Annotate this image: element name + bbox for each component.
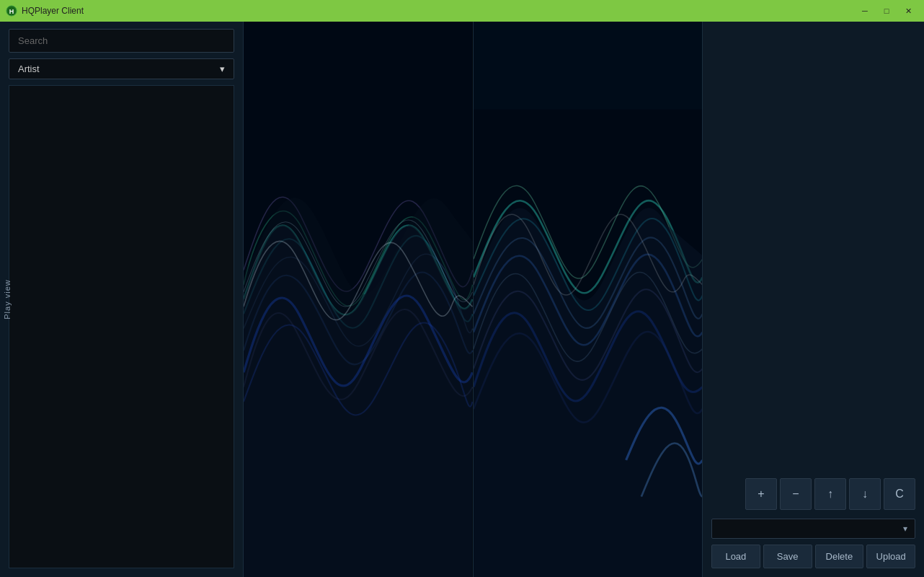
action-button-row: Load Save Delete Upload	[711, 545, 915, 568]
delete-button[interactable]: Delete	[815, 545, 864, 568]
upload-button[interactable]: Upload	[866, 545, 915, 568]
wave-viz-left	[244, 22, 473, 577]
search-input[interactable]	[9, 29, 234, 53]
viz-panel-right[interactable]	[474, 22, 703, 577]
move-down-button[interactable]: ↓	[849, 478, 881, 510]
icon-button-row: + − ↑ ↓ C	[711, 478, 915, 510]
maximize-button[interactable]: □	[876, 3, 897, 19]
artist-dropdown[interactable]: Artist ▾	[9, 58, 234, 79]
wave-viz-right	[474, 22, 703, 577]
app-title: HQPlayer Client	[22, 6, 84, 16]
close-button[interactable]: ✕	[898, 3, 918, 19]
chevron-down-icon: ▾	[903, 524, 907, 534]
svg-text:H: H	[9, 8, 14, 15]
artist-dropdown-label: Artist	[18, 63, 40, 74]
artist-list[interactable]	[9, 85, 234, 568]
window-controls: ─ □ ✕	[855, 3, 918, 19]
svg-rect-4	[474, 22, 703, 110]
move-up-button[interactable]: ↑	[814, 478, 846, 510]
load-button[interactable]: Load	[711, 545, 760, 568]
play-view-tab: Play view	[3, 279, 12, 319]
minimize-button[interactable]: ─	[855, 3, 875, 19]
right-dropdown[interactable]: ▾	[711, 519, 915, 539]
left-panel: Artist ▾ Play view	[0, 22, 244, 577]
title-bar-left: H HQPlayer Client	[6, 5, 84, 17]
title-bar: H HQPlayer Client ─ □ ✕	[0, 0, 924, 22]
viz-panel-left[interactable]	[244, 22, 474, 577]
save-button[interactable]: Save	[763, 545, 812, 568]
right-panel: + − ↑ ↓ C ▾ Load Save Delete Upload	[702, 22, 924, 577]
chevron-down-icon: ▾	[220, 63, 225, 74]
app-icon: H	[6, 5, 17, 17]
main-layout: Artist ▾ Play view	[0, 22, 924, 577]
visualization-section	[244, 22, 702, 577]
remove-button[interactable]: −	[780, 478, 812, 510]
clear-button[interactable]: C	[884, 478, 915, 510]
right-panel-top	[711, 30, 915, 472]
add-button[interactable]: +	[745, 478, 777, 510]
